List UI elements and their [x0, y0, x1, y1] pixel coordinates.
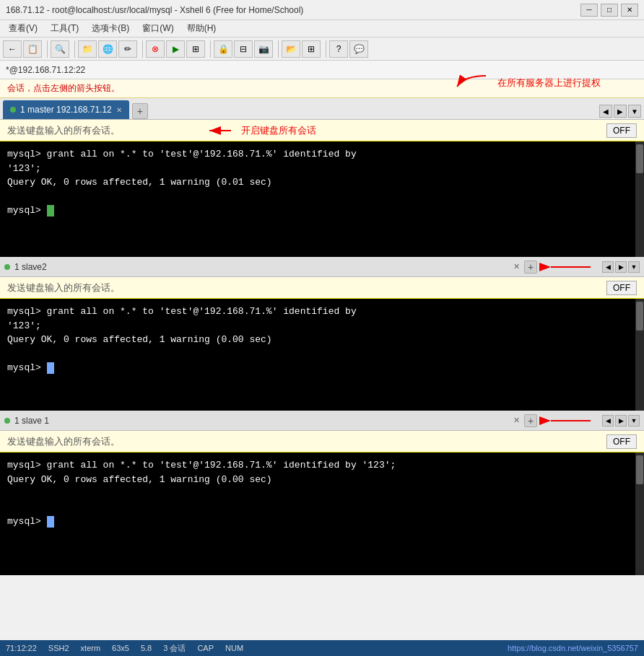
session-close-3[interactable]: ✕ [513, 416, 520, 425]
terminal-line-1-1: '123'; [7, 162, 634, 176]
tab-nav-down[interactable]: ▼ [628, 105, 641, 118]
tab-strip: 1 master 192.168.71.12 ✕ + ◀ ▶ ▼ [0, 98, 644, 120]
tab-close[interactable]: ✕ [116, 106, 122, 114]
terminal-line-3-3 [7, 501, 634, 515]
menu-window[interactable]: 窗口(W) [136, 21, 179, 36]
toolbar-sep3 [140, 40, 143, 58]
toolbar-new-session[interactable]: 📋 [23, 40, 42, 58]
toolbar-camera[interactable]: 📷 [254, 40, 273, 58]
toolbar-search[interactable]: 🔍 [51, 40, 69, 58]
scrollbar-2[interactable] [635, 299, 644, 411]
toolbar-btn4[interactable]: ✏ [118, 40, 137, 58]
toolbar-internet[interactable]: 🌐 [98, 40, 117, 58]
scrollbar-3[interactable] [635, 452, 644, 575]
kb-banner-1: 发送键盘输入的所有会话。 OFF [0, 120, 644, 141]
address-bar: *@192.168.71.12:22 [0, 61, 644, 79]
cursor-2 [47, 362, 54, 374]
scrollbar-thumb-3 [636, 455, 643, 484]
toolbar-sep1 [45, 40, 48, 58]
session-nav-3: ◀ ▶ ▼ [602, 415, 640, 427]
arrow-session3-area [547, 414, 598, 428]
terminal-slave2[interactable]: mysql> grant all on *.* to 'test'@'192.1… [0, 299, 644, 411]
kb-off-button-3[interactable]: OFF [606, 434, 637, 449]
scrollbar-1[interactable] [635, 141, 644, 257]
toolbar-btn3[interactable]: 📁 [78, 40, 97, 58]
status-bar: 71:12:22 SSH2 xterm 63x5 5.8 3 会话 CAP NU… [0, 640, 644, 656]
toolbar-msg[interactable]: 💬 [349, 40, 368, 58]
minimize-button[interactable]: ─ [580, 4, 598, 17]
toolbar-grid[interactable]: ⊞ [302, 40, 321, 58]
tab-add-button[interactable]: + [132, 103, 148, 119]
status-time: 71:12:22 [6, 644, 37, 652]
session-panel-slave1: 1 slave 1 ✕ + ◀ ▶ ▼ 发送键盘输入的所有会话。 OFF mys… [0, 411, 644, 575]
session-panel-master: 发送键盘输入的所有会话。 OFF 开启键盘所有会话 mysql> grant a… [0, 120, 644, 257]
terminal-line-2-4: mysql> [7, 361, 634, 375]
terminal-line-2-1: '123'; [7, 319, 634, 333]
session-nav-down-3[interactable]: ▼ [628, 415, 640, 427]
kb-banner-2: 发送键盘输入的所有会话。 OFF [0, 277, 644, 299]
toolbar-back[interactable]: ← [3, 40, 22, 58]
menu-help[interactable]: 帮助(H) [181, 21, 222, 36]
session-plus-2[interactable]: + [524, 261, 537, 274]
toolbar-sep2 [72, 40, 75, 58]
kb-banner-text-1: 发送键盘输入的所有会话。 [7, 124, 120, 137]
window-controls: ─ □ ✕ [580, 4, 638, 17]
scrollbar-thumb-1 [636, 144, 643, 173]
toolbar-folder2[interactable]: 📂 [282, 40, 300, 58]
menu-tools[interactable]: 工具(T) [45, 21, 84, 36]
kb-banner-area-1: 发送键盘输入的所有会话。 OFF 开启键盘所有会话 [0, 120, 644, 141]
tab-nav-right[interactable]: ▶ [614, 105, 627, 118]
terminal-master[interactable]: mysql> grant all on *.* to 'test'@'192.1… [0, 141, 644, 257]
status-ssh: SSH2 [48, 644, 69, 652]
session-dot-3 [4, 418, 10, 424]
session-dot-2 [4, 264, 10, 270]
terminal-line-2-3 [7, 347, 634, 362]
toolbar-btn5[interactable]: ▶ [166, 40, 185, 58]
terminal-line-3-4: mysql> [7, 515, 634, 529]
toolbar-stop[interactable]: ⊗ [146, 40, 165, 58]
status-num: NUM [225, 644, 243, 652]
cursor-1 [47, 205, 54, 217]
maximize-button[interactable]: □ [601, 4, 618, 17]
session-plus-3[interactable]: + [524, 414, 537, 427]
kb-banner-3: 发送键盘输入的所有会话。 OFF [0, 431, 644, 452]
toolbar-lock[interactable]: 🔒 [214, 40, 232, 58]
tab-status-dot [10, 107, 16, 113]
toolbar-sep4 [208, 40, 211, 58]
terminal-line-2-2: Query OK, 0 rows affected, 1 warning (0.… [7, 333, 634, 347]
terminal-slave1[interactable]: mysql> grant all on *.* to 'test'@'192.1… [0, 452, 644, 575]
menu-tabs[interactable]: 选项卡(B) [86, 21, 135, 36]
toolbar-sep6 [323, 40, 326, 58]
session-nav-2: ◀ ▶ ▼ [602, 261, 640, 273]
session-nav-right-3[interactable]: ▶ [615, 415, 627, 427]
arrow-svg-s2 [547, 260, 598, 274]
hint-bar: 会话，点击左侧的箭头按钮。 [0, 79, 644, 98]
status-url: https://blog.csdn.net/weixin_5356757 [508, 644, 638, 652]
close-button[interactable]: ✕ [621, 4, 638, 17]
hint-text: 会话，点击左侧的箭头按钮。 [7, 82, 120, 95]
terminal-line-3-1: Query OK, 0 rows affected, 1 warning (0.… [7, 473, 634, 487]
window-title: 168.71.12 - root@localhost:/usr/local/my… [6, 5, 303, 15]
session-nav-left-3[interactable]: ◀ [602, 415, 614, 427]
session-header-slave1: 1 slave 1 ✕ + ◀ ▶ ▼ [0, 411, 644, 431]
session-nav-down-2[interactable]: ▼ [628, 261, 640, 273]
tab-master[interactable]: 1 master 192.168.71.12 ✕ [3, 100, 129, 119]
status-speed: 5.8 [141, 644, 152, 652]
kb-off-button-2[interactable]: OFF [606, 281, 637, 295]
kb-banner-text-2: 发送键盘输入的所有会话。 [7, 281, 120, 294]
terminal-line-1-2: Query OK, 0 rows affected, 1 warning (0.… [7, 175, 634, 190]
menu-view[interactable]: 查看(V) [3, 21, 43, 36]
title-bar: 168.71.12 - root@localhost:/usr/local/my… [0, 0, 644, 20]
cursor-3 [47, 516, 54, 528]
tab-nav-left[interactable]: ◀ [599, 105, 612, 118]
toolbar-resize[interactable]: ⊞ [186, 40, 205, 58]
session-nav-left-2[interactable]: ◀ [602, 261, 614, 273]
kb-off-button-1[interactable]: OFF [606, 123, 637, 138]
toolbar-btn6[interactable]: ⊟ [234, 40, 253, 58]
session-panel-slave2: 1 slave2 ✕ + ◀ ▶ ▼ 发送键盘输入的所有会话。 OFF mysq… [0, 257, 644, 411]
session-close-2[interactable]: ✕ [513, 262, 520, 271]
menu-bar: 查看(V) 工具(T) 选项卡(B) 窗口(W) 帮助(H) [0, 20, 644, 38]
terminal-line-1-3 [7, 190, 634, 204]
toolbar-help[interactable]: ? [329, 40, 348, 58]
session-nav-right-2[interactable]: ▶ [615, 261, 627, 273]
